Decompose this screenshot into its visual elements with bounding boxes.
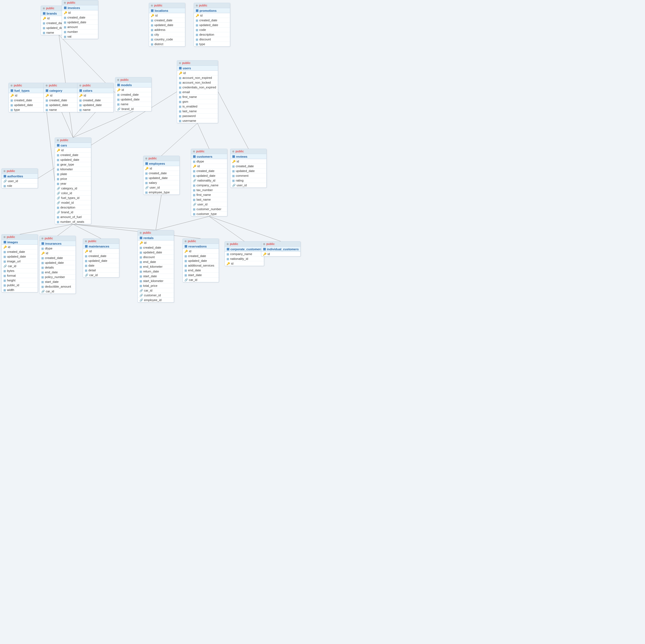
table-header-locations: ⊗public <box>149 3 185 8</box>
table-icon: ▦ <box>151 9 154 12</box>
field-row-created_date: ▦created_date <box>194 18 230 23</box>
table-corporate_customers[interactable]: ⊗public▦corporate_customers▦company_name… <box>225 241 264 266</box>
field-name: username <box>182 119 196 122</box>
table-reviews[interactable]: ⊗public▦reviews🔑id▦created_date▦updated_… <box>230 149 267 188</box>
field-row-updated_date: ▦updated_date <box>44 103 80 108</box>
field-name: id <box>189 249 191 253</box>
field-row-nationality_id: 🔗nationality_id <box>191 178 227 183</box>
col-icon: ▦ <box>43 31 45 34</box>
schema-label: public <box>7 170 15 173</box>
field-row-end_date: ▦end_date <box>40 270 75 275</box>
table-name-label: models <box>121 83 132 87</box>
field-row-vat: ▦vat <box>62 34 98 39</box>
table-fuel_types[interactable]: ⊗public▦fuel_types🔑id▦created_date▦updat… <box>8 83 45 112</box>
pk-icon: 🔑 <box>41 252 45 255</box>
table-locations[interactable]: ⊗public▦locations🔑id▦created_date▦update… <box>149 3 185 47</box>
col-icon: ▦ <box>64 25 66 29</box>
field-row-customer_type: ▦customer_type <box>191 212 227 216</box>
table-cars[interactable]: ⊗public▦cars🔑id▦created_date▦updated_dat… <box>55 138 91 224</box>
table-name-label: customers <box>197 155 212 158</box>
field-name: is_enabled <box>182 105 197 108</box>
col-icon: ▦ <box>179 115 181 118</box>
field-name: credentials_non_expired <box>182 85 216 89</box>
field-name: account_non_locked <box>182 81 211 84</box>
table-images[interactable]: ⊗public▦images🔑id▦created_date▦updated_d… <box>1 234 38 292</box>
schema-label: public <box>143 231 151 234</box>
field-name: description <box>199 33 214 36</box>
col-icon: ▦ <box>57 177 59 180</box>
col-icon: ▦ <box>196 33 198 36</box>
field-row-created_date: ▦created_date <box>144 171 179 176</box>
table-models[interactable]: ⊗public▦models🔑id▦created_date▦updated_d… <box>115 77 152 112</box>
field-name: start_date <box>188 273 202 277</box>
col-icon: ▦ <box>179 105 181 108</box>
field-name: gear_type <box>60 163 74 166</box>
table-maintenances[interactable]: ⊗public▦maintenances🔑id▦created_date▦upd… <box>83 238 119 277</box>
connection-rentals-employees <box>156 195 161 230</box>
field-name: id <box>15 94 17 97</box>
col-icon: ▦ <box>140 279 142 282</box>
schema-label: public <box>7 235 15 238</box>
connection-cars-category <box>62 112 73 138</box>
field-row-return_date: ▦return_date <box>138 269 174 274</box>
col-icon: ▦ <box>179 100 181 103</box>
table-name-label: employees <box>149 162 165 165</box>
table-promotions[interactable]: ⊗public▦promotions🔑id▦created_date▦updat… <box>194 3 230 47</box>
table-colors[interactable]: ⊗public▦colors🔑id▦created_date▦updated_d… <box>77 83 114 112</box>
field-row-start_date: ▦start_date <box>138 274 174 279</box>
table-icon: ▦ <box>64 6 66 10</box>
db-icon: ⊗ <box>196 4 198 7</box>
col-icon: ▦ <box>151 38 153 41</box>
field-row-discount: ▦discount <box>194 37 230 42</box>
field-name: user_id <box>150 186 160 189</box>
field-row-code: ▦code <box>194 27 230 32</box>
col-icon: ▦ <box>184 259 187 262</box>
table-authorities[interactable]: ⊗public▦authorities🔗user_id▦role <box>1 168 38 188</box>
db-icon: ⊗ <box>117 78 119 81</box>
col-icon: ▦ <box>179 81 181 84</box>
schema-label: public <box>182 61 190 64</box>
field-name: password <box>182 114 196 118</box>
table-customers[interactable]: ⊗public▦customers▦dtype🔑id▦created_date▦… <box>191 149 227 216</box>
field-row-car_id: 🔗car_id <box>183 277 219 282</box>
table-users[interactable]: ⊗public▦users🔑id▦account_non_expired▦acc… <box>177 60 218 123</box>
table-reservations[interactable]: ⊗public▦reservations🔑id▦created_date▦upd… <box>182 238 219 282</box>
table-name-label: rentals <box>144 236 154 240</box>
field-row-updated_date: ▦updated_date <box>183 258 219 263</box>
field-name: additional_services <box>188 264 214 267</box>
col-icon: ▦ <box>41 261 44 264</box>
col-icon: ▦ <box>57 182 59 185</box>
field-row-start_kilometer: ▦start_kilometer <box>138 279 174 283</box>
table-category[interactable]: ⊗public▦category🔑id▦created_date▦updated… <box>43 83 80 112</box>
field-row-username: ▦username <box>177 119 218 123</box>
col-icon: ▦ <box>145 172 148 175</box>
table-name-row-colors: ▦colors <box>77 88 114 93</box>
field-row-created_date: ▦created_date <box>9 98 45 103</box>
field-name: id <box>46 251 48 255</box>
field-name: return_date <box>143 270 159 273</box>
table-individual_customers[interactable]: ⊗public▦individual_customers🔑id <box>261 241 300 256</box>
table-invoices[interactable]: ⊗public▦invoices🔑id▦created_date▦updated… <box>62 0 98 39</box>
field-name: date <box>88 264 94 267</box>
col-icon: ▦ <box>145 191 148 194</box>
table-icon: ▦ <box>3 240 6 244</box>
field-name: created_date <box>88 254 106 258</box>
pk-icon: 🔑 <box>232 160 235 163</box>
table-employees[interactable]: ⊗public▦employees🔑id▦created_date▦update… <box>143 156 180 195</box>
field-row-password: ▦password <box>177 114 218 119</box>
pk-icon: 🔑 <box>179 71 182 75</box>
field-row-gear_type: ▦gear_type <box>55 162 91 167</box>
col-icon: ▦ <box>57 206 59 209</box>
field-name: id <box>8 245 10 249</box>
field-name: tax_number <box>197 188 213 192</box>
field-name: employee_id <box>144 298 161 302</box>
col-icon: ▦ <box>151 43 153 46</box>
table-name-row-fuel_types: ▦fuel_types <box>9 88 45 93</box>
field-name: discount <box>143 255 155 259</box>
col-icon: ▦ <box>193 208 195 211</box>
table-rentals[interactable]: ⊗public▦rentals🔑id▦created_date▦updated_… <box>138 230 174 302</box>
field-row-last_name: ▦last_name <box>191 197 227 202</box>
table-insurances[interactable]: ⊗public▦insurances▦dtype🔑id▦created_date… <box>39 236 76 294</box>
col-icon: ▦ <box>3 279 6 282</box>
fk-icon: 🔗 <box>193 179 196 182</box>
